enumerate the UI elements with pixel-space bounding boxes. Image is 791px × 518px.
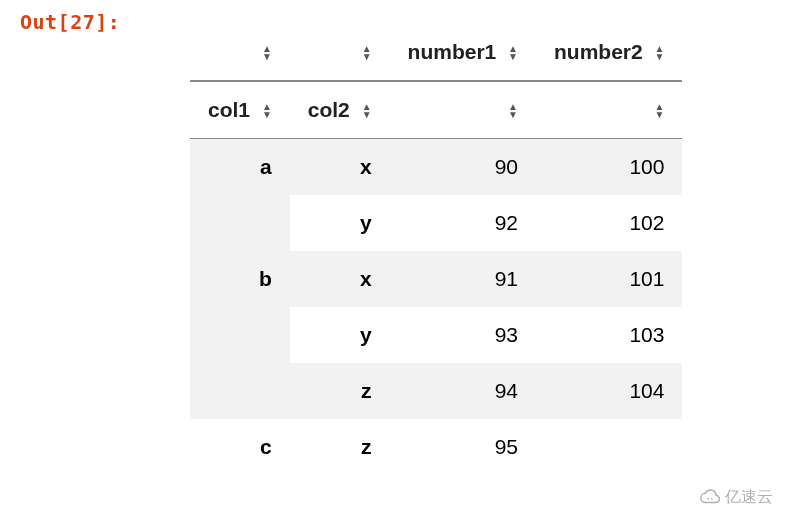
index-header-col1[interactable]: col1 ▲▼ xyxy=(190,81,290,139)
header-row-index: col1 ▲▼ col2 ▲▼ ▲▼ ▲▼ xyxy=(190,81,682,139)
sort-icon[interactable]: ▲▼ xyxy=(262,45,272,61)
index-col2: x xyxy=(290,139,390,196)
sort-icon[interactable]: ▲▼ xyxy=(508,103,518,119)
index-col2: y xyxy=(290,307,390,363)
header-row-columns: ▲▼ ▲▼ number1 ▲▼ number2 ▲▼ xyxy=(190,24,682,81)
sort-icon[interactable]: ▲▼ xyxy=(655,45,665,61)
cell-number2 xyxy=(536,419,682,475)
sort-icon[interactable]: ▲▼ xyxy=(655,103,665,119)
table-row: b x 91 101 xyxy=(190,251,682,307)
cell-number1: 95 xyxy=(390,419,536,475)
dataframe-table: ▲▼ ▲▼ number1 ▲▼ number2 ▲▼ col1 ▲▼ xyxy=(190,24,682,475)
sort-icon[interactable]: ▲▼ xyxy=(262,103,272,119)
header-number2[interactable]: number2 ▲▼ xyxy=(536,24,682,81)
watermark: 亿速云 xyxy=(699,486,773,508)
watermark-text: 亿速云 xyxy=(725,487,773,508)
header-label: number2 xyxy=(554,40,643,63)
header-blank-col2[interactable]: ▲▼ xyxy=(290,24,390,81)
index-col2: x xyxy=(290,251,390,307)
index-col1: a xyxy=(190,139,290,252)
cell-number2: 103 xyxy=(536,307,682,363)
cell-number1: 90 xyxy=(390,139,536,196)
index-col1: b xyxy=(190,251,290,419)
svg-point-0 xyxy=(707,498,709,500)
header-label: col1 xyxy=(208,98,250,121)
dataframe-output: ▲▼ ▲▼ number1 ▲▼ number2 ▲▼ col1 ▲▼ xyxy=(190,24,791,475)
index-col2: y xyxy=(290,195,390,251)
cell-number1: 91 xyxy=(390,251,536,307)
index-col2: z xyxy=(290,419,390,475)
header-blank-number1[interactable]: ▲▼ xyxy=(390,81,536,139)
cell-number2: 100 xyxy=(536,139,682,196)
header-number1[interactable]: number1 ▲▼ xyxy=(390,24,536,81)
index-col2: z xyxy=(290,363,390,419)
header-label: number1 xyxy=(408,40,497,63)
cell-number2: 101 xyxy=(536,251,682,307)
cell-number2: 102 xyxy=(536,195,682,251)
sort-icon[interactable]: ▲▼ xyxy=(362,103,372,119)
sort-icon[interactable]: ▲▼ xyxy=(508,45,518,61)
table-row: c z 95 xyxy=(190,419,682,475)
header-blank-col1[interactable]: ▲▼ xyxy=(190,24,290,81)
sort-icon[interactable]: ▲▼ xyxy=(362,45,372,61)
header-blank-number2[interactable]: ▲▼ xyxy=(536,81,682,139)
index-header-col2[interactable]: col2 ▲▼ xyxy=(290,81,390,139)
cell-number1: 92 xyxy=(390,195,536,251)
svg-point-1 xyxy=(711,498,713,500)
cloud-icon xyxy=(699,486,721,508)
cell-number2: 104 xyxy=(536,363,682,419)
header-label: col2 xyxy=(308,98,350,121)
index-col1: c xyxy=(190,419,290,475)
table-row: a x 90 100 xyxy=(190,139,682,196)
cell-number1: 93 xyxy=(390,307,536,363)
cell-number1: 94 xyxy=(390,363,536,419)
